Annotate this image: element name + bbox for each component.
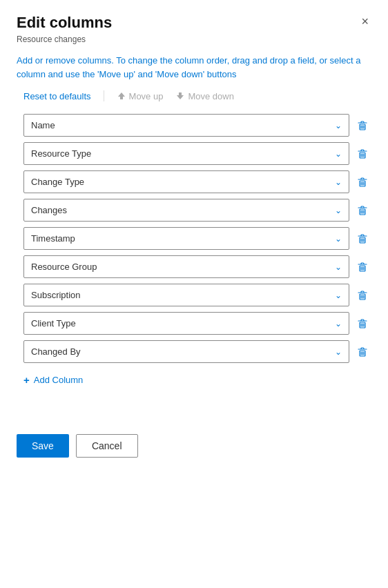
chevron-down-icon: ⌄ [335,347,342,357]
chevron-down-icon: ⌄ [335,291,342,300]
delete-column-button-resource_type[interactable] [353,145,371,163]
table-row: Changes⌄ [23,199,371,222]
column-dropdown-client_type[interactable]: Client Type⌄ [23,312,349,335]
table-row: Resource Group⌄ [23,255,371,278]
edit-columns-panel: Edit columns × Resource changes Add or r… [0,0,388,471]
chevron-down-icon: ⌄ [335,319,342,329]
chevron-down-icon: ⌄ [335,121,342,130]
table-row: Change Type⌄ [23,170,371,193]
delete-column-button-changes[interactable] [353,202,371,219]
trash-icon [356,289,369,302]
chevron-down-icon: ⌄ [335,149,342,159]
delete-column-button-subscription[interactable] [353,286,371,304]
column-dropdown-changes[interactable]: Changes⌄ [23,199,349,222]
panel-subtitle: Resource changes [17,35,371,44]
move-up-button[interactable]: Move up [117,91,164,101]
delete-column-button-resource_group[interactable] [353,258,371,276]
table-row: Subscription⌄ [23,284,371,306]
columns-list: Name⌄ Resource Type⌄ Change Type⌄ Change… [23,114,371,363]
trash-icon [356,204,369,217]
delete-column-button-changed_by[interactable] [353,343,371,361]
chevron-down-icon: ⌄ [335,206,342,215]
trash-icon [356,261,369,273]
trash-icon [356,346,369,358]
column-label-resource_group: Resource Group [31,262,97,272]
delete-column-button-name[interactable] [353,117,371,135]
description-text: Add or remove columns. To change the col… [17,54,371,81]
add-column-label: Add Column [34,375,84,385]
move-up-label: Move up [129,91,164,101]
column-dropdown-changed_by[interactable]: Changed By⌄ [23,340,349,363]
trash-icon [356,148,369,160]
column-label-subscription: Subscription [31,290,81,300]
reset-to-defaults-button[interactable]: Reset to defaults [23,91,91,101]
column-label-changed_by: Changed By [31,346,81,357]
delete-column-button-change_type[interactable] [353,173,371,191]
table-row: Name⌄ [23,114,371,137]
column-dropdown-resource_group[interactable]: Resource Group⌄ [23,255,349,278]
column-label-name: Name [31,120,55,130]
footer: Save Cancel [17,427,371,458]
add-column-button[interactable]: + Add Column [23,374,83,386]
move-down-button[interactable]: Move down [175,91,233,101]
chevron-down-icon: ⌄ [335,262,342,272]
toolbar: Reset to defaults Move up Move down [23,90,371,101]
trash-icon [356,176,369,188]
column-label-change_type: Change Type [31,177,84,187]
delete-column-button-client_type[interactable] [353,315,371,333]
panel-header: Edit columns × [17,14,371,32]
arrow-up-icon [117,91,126,101]
column-dropdown-subscription[interactable]: Subscription⌄ [23,284,349,306]
close-button[interactable]: × [358,14,371,29]
table-row: Changed By⌄ [23,340,371,363]
panel-title: Edit columns [17,14,112,32]
trash-icon [356,317,369,330]
table-row: Resource Type⌄ [23,142,371,165]
trash-icon [356,119,369,132]
arrow-down-icon [175,91,185,101]
column-label-client_type: Client Type [31,318,76,329]
column-dropdown-resource_type[interactable]: Resource Type⌄ [23,142,349,165]
column-label-timestamp: Timestamp [31,233,75,244]
delete-column-button-timestamp[interactable] [353,230,371,248]
table-row: Client Type⌄ [23,312,371,335]
table-row: Timestamp⌄ [23,227,371,250]
save-button[interactable]: Save [17,434,69,458]
column-label-resource_type: Resource Type [31,148,91,159]
column-dropdown-timestamp[interactable]: Timestamp⌄ [23,227,349,250]
move-down-label: Move down [188,91,233,101]
trash-icon [356,233,369,245]
chevron-down-icon: ⌄ [335,234,342,244]
column-label-changes: Changes [31,205,67,215]
chevron-down-icon: ⌄ [335,177,342,187]
column-dropdown-change_type[interactable]: Change Type⌄ [23,170,349,193]
plus-icon: + [23,374,30,386]
cancel-button[interactable]: Cancel [76,434,138,458]
column-dropdown-name[interactable]: Name⌄ [23,114,349,137]
toolbar-divider [104,90,104,101]
